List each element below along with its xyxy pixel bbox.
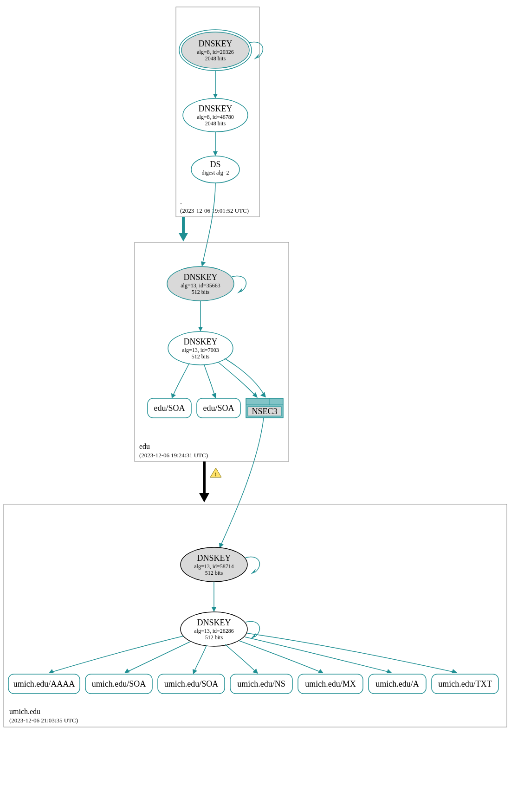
svg-text:512 bits: 512 bits: [192, 289, 210, 295]
svg-text:DS: DS: [210, 160, 220, 169]
svg-text:alg=8, id=46780: alg=8, id=46780: [197, 114, 234, 120]
zone-root: . (2023-12-06 19:01:52 UTC) DNSKEY alg=8…: [176, 7, 263, 217]
edu-ksk-node: DNSKEY alg=13, id=35663 512 bits: [167, 266, 234, 301]
umich-soa-2: umich.edu/SOA: [158, 674, 225, 694]
svg-marker-6: [254, 54, 259, 59]
svg-text:DNSKEY: DNSKEY: [198, 39, 232, 48]
svg-text:edu/SOA: edu/SOA: [203, 403, 234, 413]
zone-umich: umich.edu (2023-12-06 21:03:35 UTC) DNSK…: [4, 504, 507, 727]
zone-root-name: .: [180, 198, 182, 206]
umich-soa-1: umich.edu/SOA: [85, 674, 152, 694]
svg-text:digest alg=2: digest alg=2: [201, 169, 229, 176]
svg-marker-23: [237, 288, 242, 293]
zone-root-ts: (2023-12-06 19:01:52 UTC): [180, 207, 249, 214]
svg-text:umich.edu/A: umich.edu/A: [375, 679, 419, 689]
svg-text:DNSKEY: DNSKEY: [183, 273, 217, 282]
svg-marker-28: [198, 327, 203, 331]
svg-text:2048 bits: 2048 bits: [205, 55, 226, 62]
svg-text:DNSKEY: DNSKEY: [197, 553, 231, 563]
svg-text:DNSKEY: DNSKEY: [183, 337, 217, 346]
umich-ksk-node: DNSKEY alg=13, id=58714 512 bits: [181, 547, 247, 582]
umich-zsk-node: DNSKEY alg=13, id=26286 512 bits: [181, 612, 247, 646]
root-zsk-node: DNSKEY alg=8, id=46780 2048 bits: [183, 98, 248, 132]
svg-text:umich.edu/TXT: umich.edu/TXT: [438, 679, 492, 689]
svg-marker-51: [251, 569, 256, 574]
svg-marker-14: [213, 94, 218, 98]
svg-text:alg=13, id=7003: alg=13, id=7003: [182, 347, 219, 353]
svg-marker-42: [199, 493, 209, 502]
svg-text:!: !: [215, 471, 217, 478]
svg-text:NSEC3: NSEC3: [252, 407, 277, 416]
svg-text:alg=13, id=58714: alg=13, id=58714: [194, 563, 234, 570]
umich-ns: umich.edu/NS: [230, 674, 292, 694]
svg-marker-72: [49, 669, 54, 673]
svg-text:512 bits: 512 bits: [205, 634, 223, 641]
svg-marker-77: [387, 669, 392, 673]
zone-edu: edu (2023-12-06 19:24:31 UTC) DNSKEY alg…: [135, 242, 289, 461]
svg-text:512 bits: 512 bits: [205, 570, 223, 576]
zone-edu-name: edu: [139, 442, 150, 450]
umich-a: umich.edu/A: [369, 674, 426, 694]
zone-umich-name: umich.edu: [9, 708, 40, 715]
umich-mx: umich.edu/MX: [298, 674, 363, 694]
svg-text:umich.edu/SOA: umich.edu/SOA: [92, 679, 146, 689]
svg-text:alg=13, id=35663: alg=13, id=35663: [181, 282, 220, 289]
svg-text:alg=8, id=20326: alg=8, id=20326: [197, 49, 234, 55]
root-ksk-node: DNSKEY alg=8, id=20326 2048 bits: [179, 30, 252, 71]
root-ds-node: DS digest alg=2: [191, 156, 239, 183]
svg-text:DNSKEY: DNSKEY: [198, 104, 232, 113]
edu-zsk-node: DNSKEY alg=13, id=7003 512 bits: [168, 331, 233, 365]
svg-text:alg=13, id=26286: alg=13, id=26286: [194, 628, 234, 634]
svg-marker-16: [179, 233, 188, 241]
svg-marker-17: [201, 261, 206, 266]
svg-text:umich.edu/SOA: umich.edu/SOA: [164, 679, 219, 689]
edu-nsec3: NSEC3: [246, 398, 283, 418]
svg-marker-15: [213, 151, 218, 156]
zone-umich-ts: (2023-12-06 21:03:35 UTC): [9, 717, 78, 724]
umich-txt: umich.edu/TXT: [432, 674, 498, 694]
svg-text:edu/SOA: edu/SOA: [154, 403, 185, 413]
dnssec-graph: . (2023-12-06 19:01:52 UTC) DNSKEY alg=8…: [0, 0, 511, 812]
svg-text:umich.edu/MX: umich.edu/MX: [305, 679, 356, 689]
umich-aaaa: umich.edu/AAAA: [8, 674, 80, 694]
edu-soa-2: edu/SOA: [197, 398, 240, 418]
svg-text:umich.edu/AAAA: umich.edu/AAAA: [13, 679, 75, 689]
warning-icon: !: [210, 468, 221, 478]
svg-marker-57: [212, 607, 216, 612]
svg-text:512 bits: 512 bits: [192, 353, 210, 360]
svg-marker-78: [452, 669, 457, 673]
svg-text:DNSKEY: DNSKEY: [197, 618, 231, 627]
svg-text:umich.edu/NS: umich.edu/NS: [237, 679, 285, 689]
zone-edu-ts: (2023-12-06 19:24:31 UTC): [139, 452, 208, 459]
edu-soa-1: edu/SOA: [148, 398, 191, 418]
svg-text:2048 bits: 2048 bits: [205, 120, 226, 127]
